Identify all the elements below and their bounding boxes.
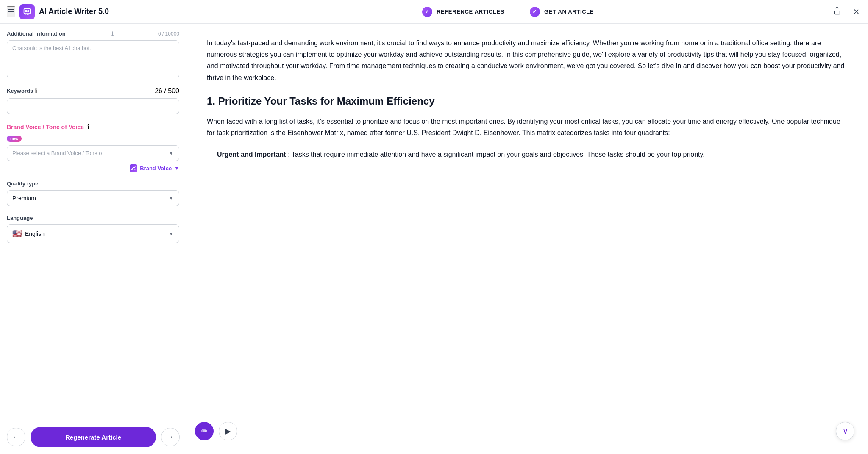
svg-point-1 bbox=[25, 10, 27, 11]
close-icon: ✕ bbox=[853, 8, 860, 16]
back-button[interactable]: ← bbox=[7, 428, 25, 446]
header-steps: ✓ REFERENCE ARTICLES ✓ GET AN ARTICLE bbox=[185, 7, 831, 17]
quality-chevron-icon: ▼ bbox=[169, 195, 174, 201]
brand-voice-link-icon bbox=[130, 164, 137, 172]
play-button[interactable]: ▶ bbox=[219, 422, 237, 440]
article-intro: In today's fast-paced and demanding work… bbox=[207, 37, 848, 83]
forward-icon: → bbox=[167, 433, 174, 441]
scroll-down-button[interactable]: ∨ bbox=[836, 422, 854, 440]
quality-section: Quality type Premium ▼ bbox=[7, 180, 179, 206]
step-get-article-label: GET AN ARTICLE bbox=[544, 8, 594, 15]
brand-voice-placeholder: Please select a Brand Voice / Tone o bbox=[12, 150, 102, 156]
brand-voice-header: Brand Voice / Tone of Voice ℹ bbox=[7, 123, 179, 131]
back-icon: ← bbox=[13, 433, 19, 441]
step-get-article[interactable]: ✓ GET AN ARTICLE bbox=[530, 7, 594, 17]
app-title: AI Article Writer 5.0 bbox=[39, 7, 109, 16]
additional-info-label: Additional Information bbox=[7, 30, 66, 37]
quality-label: Quality type bbox=[7, 180, 179, 187]
brand-voice-dropdown[interactable]: Please select a Brand Voice / Tone o ▼ bbox=[7, 145, 179, 161]
step-check-1: ✓ bbox=[422, 7, 432, 17]
close-button[interactable]: ✕ bbox=[851, 6, 861, 18]
keywords-input[interactable]: productivity tips for work bbox=[7, 98, 179, 114]
menu-button[interactable]: ☰ bbox=[7, 6, 15, 17]
bullet1-title: Urgent and Important bbox=[217, 151, 286, 158]
play-icon: ▶ bbox=[225, 426, 231, 436]
language-label: Language bbox=[7, 215, 179, 221]
step-check-2: ✓ bbox=[530, 7, 540, 17]
forward-button[interactable]: → bbox=[161, 428, 180, 446]
main-layout: Additional Information ℹ 0 / 10000 Keywo… bbox=[0, 24, 868, 454]
logo-icon bbox=[19, 4, 35, 19]
scroll-down-icon: ∨ bbox=[843, 426, 848, 436]
additional-info-charcount: 0 / 10000 bbox=[158, 31, 179, 37]
regenerate-button[interactable]: Regenerate Article bbox=[31, 427, 156, 447]
keywords-charcount: 26 / 500 bbox=[155, 87, 179, 95]
sidebar: Additional Information ℹ 0 / 10000 Keywo… bbox=[0, 24, 186, 454]
bullet1-text: : Tasks that require immediate attention… bbox=[288, 151, 705, 158]
edit-button[interactable]: ✏ bbox=[195, 422, 214, 440]
language-value: English bbox=[25, 230, 45, 237]
additional-info-textarea[interactable] bbox=[7, 40, 179, 78]
additional-info-header: Additional Information ℹ 0 / 10000 bbox=[7, 30, 179, 37]
keywords-tooltip-icon: ℹ bbox=[35, 87, 37, 95]
header-left: ☰ AI Article Writer 5.0 bbox=[7, 4, 185, 19]
step-reference-articles[interactable]: ✓ REFERENCE ARTICLES bbox=[422, 7, 504, 17]
content-area: In today's fast-paced and demanding work… bbox=[186, 24, 868, 454]
content-action-buttons: ✏ ▶ bbox=[195, 422, 237, 440]
brand-voice-tooltip-icon: ℹ bbox=[87, 123, 90, 131]
language-flag: 🇺🇸 bbox=[12, 229, 22, 238]
keywords-label: Keywords bbox=[7, 88, 33, 94]
step-reference-label: REFERENCE ARTICLES bbox=[437, 8, 504, 15]
language-dropdown[interactable]: 🇺🇸 English ▼ bbox=[7, 224, 179, 243]
header-right: ✕ bbox=[831, 5, 861, 19]
article-bullet-1: Urgent and Important : Tasks that requir… bbox=[207, 149, 848, 160]
quality-value: Premium bbox=[12, 195, 36, 202]
brand-voice-chevron-icon: ▼ bbox=[169, 150, 174, 156]
language-section: Language 🇺🇸 English ▼ bbox=[7, 215, 179, 243]
share-button[interactable] bbox=[831, 5, 843, 19]
keywords-section: Keywords ℹ 26 / 500 productivity tips fo… bbox=[7, 87, 179, 114]
svg-point-2 bbox=[28, 10, 29, 11]
brand-voice-label: Brand Voice / Tone of Voice bbox=[7, 124, 84, 130]
keywords-header: Keywords ℹ 26 / 500 bbox=[7, 87, 179, 95]
brand-voice-link[interactable]: Brand Voice ▼ bbox=[7, 164, 179, 172]
additional-info-tooltip-icon: ℹ bbox=[111, 31, 114, 37]
brand-voice-link-chevron-icon: ▼ bbox=[174, 165, 179, 171]
brand-voice-link-label: Brand Voice bbox=[140, 165, 172, 172]
new-badge: new bbox=[7, 136, 22, 142]
article-section1-body: When faced with a long list of tasks, it… bbox=[207, 116, 848, 138]
edit-icon: ✏ bbox=[201, 426, 208, 436]
brand-voice-section: Brand Voice / Tone of Voice ℹ new Please… bbox=[7, 123, 179, 172]
additional-info-section: Additional Information ℹ 0 / 10000 bbox=[7, 30, 179, 80]
quality-dropdown[interactable]: Premium ▼ bbox=[7, 190, 179, 206]
article-section1-title: 1. Prioritize Your Tasks for Maximum Eff… bbox=[207, 95, 848, 107]
language-chevron-icon: ▼ bbox=[169, 231, 174, 237]
sidebar-footer: ← Regenerate Article → bbox=[0, 420, 186, 454]
app-header: ☰ AI Article Writer 5.0 ✓ REFERENCE ARTI… bbox=[0, 0, 868, 24]
